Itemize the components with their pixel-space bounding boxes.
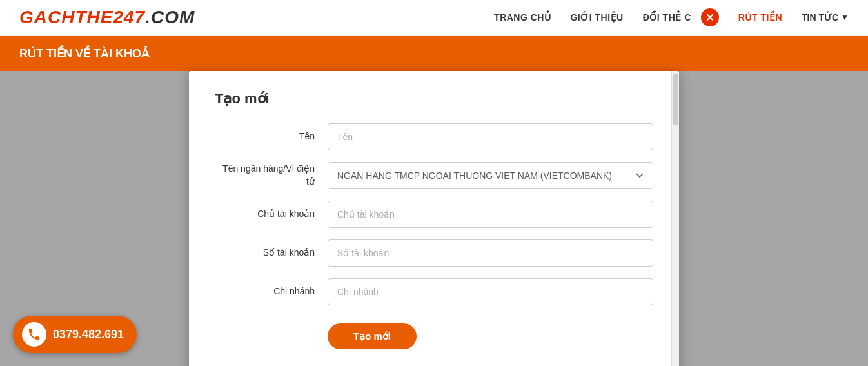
logo-dot: . — [145, 7, 151, 27]
branch-label: Chi nhánh — [215, 285, 328, 298]
nav-gioi-thieu[interactable]: GIỚI THIỆU — [570, 12, 623, 23]
phone-button[interactable]: 0379.482.691 — [13, 316, 137, 353]
account-number-row: Số tài khoản — [215, 239, 653, 267]
scrollbar-thumb — [673, 74, 678, 125]
account-owner-row: Chủ tài khoản — [215, 201, 653, 228]
nav-tin-tuc[interactable]: TIN TỨC ▼ — [802, 12, 849, 23]
phone-number: 0379.482.691 — [53, 328, 124, 341]
bank-field-row: Tên ngân hàng/Ví điện tử NGAN HANG TMCP … — [215, 162, 653, 189]
modal-dialog: Tạo mới Tên Tên ngân hàng/Ví điện tử NGA… — [189, 71, 679, 366]
ten-input[interactable] — [328, 123, 653, 150]
nav-doi-the[interactable]: ĐỔI THẺ C — [643, 12, 691, 23]
main-nav: TRANG CHỦ GIỚI THIỆU ĐỔI THẺ C ✕ RÚT TIỀ… — [494, 8, 849, 26]
modal-title: Tạo mới — [215, 90, 653, 107]
branch-row: Chi nhánh — [215, 278, 653, 305]
banner-text: RÚT TIỀN VỀ TÀI KHOẢ — [19, 46, 149, 61]
nav-close-button[interactable]: ✕ — [701, 8, 719, 26]
account-number-input[interactable] — [328, 239, 653, 267]
nav-trang-chu[interactable]: TRANG CHỦ — [494, 12, 551, 23]
submit-button[interactable]: Tạo mới — [328, 323, 417, 349]
modal-scrollbar[interactable]: ▼ — [671, 71, 679, 366]
phone-icon — [27, 327, 41, 341]
account-owner-label: Chủ tài khoản — [215, 208, 328, 221]
bank-select[interactable]: NGAN HANG TMCP NGOAI THUONG VIET NAM (VI… — [328, 162, 653, 189]
branch-input[interactable] — [328, 278, 653, 305]
phone-icon-circle — [22, 322, 46, 347]
bank-label: Tên ngân hàng/Ví điện tử — [215, 163, 328, 188]
site-logo[interactable]: GACHTHE247.COM — [19, 7, 195, 28]
logo-com: COM — [151, 7, 195, 27]
page-banner: RÚT TIỀN VỀ TÀI KHOẢ — [0, 36, 868, 71]
logo-text: GACHTHE247 — [19, 7, 145, 27]
modal-wrapper: Tạo mới Tên Tên ngân hàng/Ví điện tử NGA… — [189, 71, 679, 366]
nav-tin-tuc-arrow: ▼ — [841, 13, 849, 22]
ten-label: Tên — [215, 130, 328, 143]
account-number-label: Số tài khoản — [215, 247, 328, 259]
account-owner-input[interactable] — [328, 201, 653, 228]
nav-rut-tien[interactable]: RÚT TIỀN — [738, 12, 782, 23]
nav-tin-tuc-label: TIN TỨC — [802, 12, 838, 23]
header: GACHTHE247.COM TRANG CHỦ GIỚI THIỆU ĐỔI … — [0, 0, 868, 36]
ten-field-row: Tên — [215, 123, 653, 150]
